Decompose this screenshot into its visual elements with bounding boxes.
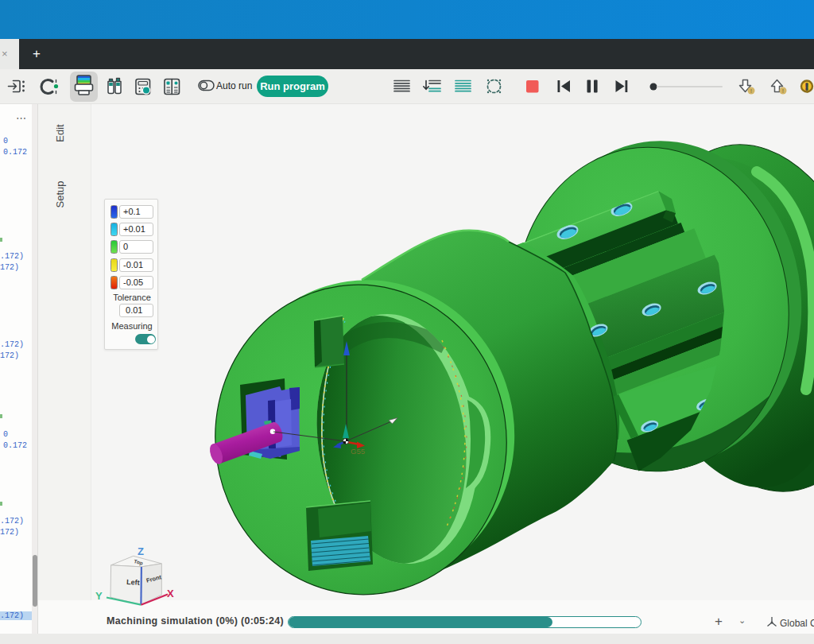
- svg-text:G55: G55: [351, 447, 365, 456]
- svg-text:Z: Z: [138, 545, 144, 557]
- svg-text:Left: Left: [126, 578, 140, 587]
- svg-text:!: !: [805, 82, 808, 91]
- svg-text:X: X: [167, 588, 174, 599]
- svg-text:Y: Y: [95, 590, 103, 602]
- svg-text:!: !: [782, 88, 784, 94]
- svg-text:!: !: [750, 88, 752, 94]
